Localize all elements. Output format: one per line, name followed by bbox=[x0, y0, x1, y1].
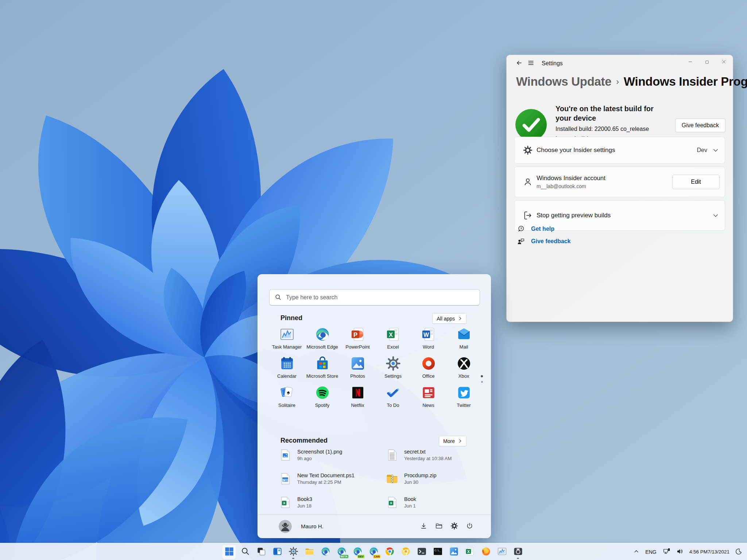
chevron-down-icon[interactable] bbox=[712, 212, 719, 219]
pinned-app-store[interactable]: Microsoft Store bbox=[305, 355, 340, 384]
minimize-button[interactable] bbox=[682, 56, 698, 70]
tray-overflow-button[interactable] bbox=[631, 545, 642, 559]
edge-beta-badge: BETA bbox=[340, 555, 348, 558]
pinned-app-word[interactable]: WWord bbox=[411, 326, 446, 355]
pinned-app-todo[interactable]: To Do bbox=[375, 384, 411, 413]
taskbar-terminal-button[interactable] bbox=[414, 545, 429, 559]
focus-assist-button[interactable] bbox=[733, 545, 745, 559]
excel-icon: X bbox=[386, 327, 401, 342]
pinned-app-calendar[interactable]: Calendar bbox=[269, 355, 305, 384]
pinned-page-dots[interactable] bbox=[481, 375, 483, 383]
chevron-right-icon bbox=[458, 316, 462, 320]
hamburger-menu-button[interactable] bbox=[525, 58, 537, 69]
get-help-link[interactable]: ? Get help bbox=[517, 223, 571, 235]
taskbar: BETADEVCANC:\_X ENG 4:56 PM 7/13/2021 bbox=[0, 543, 747, 560]
page-dot[interactable] bbox=[481, 381, 483, 383]
page-dot-active[interactable] bbox=[481, 375, 483, 377]
give-feedback-link[interactable]: Give feedback bbox=[517, 235, 571, 248]
taskbar-search-button[interactable] bbox=[238, 545, 252, 559]
taskbar-task-view-button[interactable] bbox=[254, 545, 268, 559]
taskbar-excel-button[interactable]: X bbox=[462, 545, 477, 559]
taskbar-edge-dev-button[interactable]: DEV bbox=[350, 545, 365, 559]
card-choose-insider-settings[interactable]: Choose your Insider settings Dev bbox=[514, 137, 725, 164]
taskbar-screenshot-tool-button[interactable] bbox=[511, 545, 525, 559]
pinned-app-xbox[interactable]: Xbox bbox=[446, 355, 481, 384]
search-icon bbox=[240, 547, 250, 557]
pinned-app-netflix[interactable]: Netflix bbox=[340, 384, 375, 413]
leave-icon bbox=[523, 211, 533, 220]
clock[interactable]: 4:56 PM 7/13/2021 bbox=[686, 545, 733, 559]
taskbar-chrome-canary-button[interactable] bbox=[398, 545, 413, 559]
pinned-app-label: Calendar bbox=[277, 373, 297, 379]
recommended-item-3[interactable]: Procdump.zipJun 30 bbox=[386, 467, 492, 490]
taskbar-settings-button[interactable] bbox=[286, 545, 301, 559]
user-name[interactable]: Mauro H. bbox=[301, 523, 324, 529]
taskbar-start-button[interactable] bbox=[222, 545, 236, 559]
settings-window: Settings Windows Update›Windows Insider … bbox=[506, 55, 733, 322]
language-indicator[interactable]: ENG bbox=[642, 545, 660, 559]
taskbar-photos-button[interactable] bbox=[446, 545, 461, 559]
folder-button[interactable] bbox=[433, 520, 445, 533]
taskbar-edge-beta-button[interactable]: BETA bbox=[334, 545, 349, 559]
taskbar-widgets-button[interactable] bbox=[270, 545, 285, 559]
card-windows-insider-account[interactable]: Windows Insider account m__lab@outlook.c… bbox=[514, 167, 725, 197]
settings-icon bbox=[289, 547, 298, 557]
store-icon bbox=[315, 356, 330, 371]
pinned-app-mail[interactable]: Mail bbox=[446, 326, 481, 355]
pinned-app-spotify[interactable]: Spotify bbox=[305, 384, 340, 413]
start-search-box[interactable] bbox=[269, 289, 480, 306]
recommended-item-2[interactable]: New Text Document.ps1Thursday at 2:25 PM bbox=[279, 467, 386, 490]
recommended-item-5[interactable]: XBookJun 1 bbox=[386, 490, 492, 514]
close-button[interactable] bbox=[715, 56, 732, 70]
edge-dev-badge: DEV bbox=[357, 555, 364, 558]
pinned-app-photos[interactable]: Photos bbox=[340, 355, 375, 384]
pinned-app-office[interactable]: Office bbox=[411, 355, 446, 384]
settings-titlebar: Settings bbox=[507, 55, 733, 72]
taskbar-firefox-button[interactable] bbox=[479, 545, 493, 559]
recommended-item-4[interactable]: XBook3Jun 18 bbox=[279, 490, 386, 514]
volume-icon bbox=[676, 548, 684, 556]
breadcrumb-parent[interactable]: Windows Update bbox=[516, 75, 611, 88]
breadcrumb-separator: › bbox=[616, 77, 619, 86]
search-input[interactable] bbox=[286, 294, 475, 301]
pinned-app-label: Excel bbox=[387, 344, 399, 350]
pinned-app-label: Twitter bbox=[457, 402, 471, 408]
pinned-app-label: Microsoft Store bbox=[306, 373, 338, 379]
all-apps-button[interactable]: All apps bbox=[432, 313, 467, 324]
pinned-app-task-manager[interactable]: Task Manager bbox=[269, 326, 305, 355]
recommended-item-0[interactable]: Screenshot (1).png9h ago bbox=[279, 443, 386, 467]
power-button[interactable] bbox=[463, 520, 476, 533]
volume-tray-button[interactable] bbox=[673, 545, 686, 559]
maximize-button[interactable] bbox=[698, 56, 715, 70]
pinned-app-edge[interactable]: Microsoft Edge bbox=[305, 326, 340, 355]
chevron-up-icon bbox=[634, 549, 639, 555]
pinned-app-news[interactable]: News bbox=[411, 384, 446, 413]
chevron-down-icon[interactable] bbox=[712, 147, 719, 153]
edit-account-button[interactable]: Edit bbox=[672, 175, 720, 189]
gear-footer-button[interactable] bbox=[448, 520, 460, 533]
user-avatar[interactable] bbox=[279, 520, 292, 533]
pinned-app-powerpoint[interactable]: PPowerPoint bbox=[340, 326, 375, 355]
back-button[interactable] bbox=[513, 58, 525, 69]
network-tray-button[interactable] bbox=[660, 545, 673, 559]
get-help-label: Get help bbox=[531, 226, 554, 232]
taskbar-cmd-button[interactable]: C:\_ bbox=[430, 545, 445, 559]
give-feedback-button[interactable]: Give feedback bbox=[675, 118, 725, 132]
taskbar-file-explorer-button[interactable] bbox=[302, 545, 317, 559]
text-file-icon bbox=[386, 448, 399, 462]
search-icon bbox=[275, 294, 282, 301]
pinned-app-solitaire[interactable]: ♠Solitaire bbox=[269, 384, 305, 413]
taskbar-edge-canary-button[interactable]: CAN bbox=[366, 545, 381, 559]
taskbar-task-manager-button[interactable] bbox=[495, 545, 509, 559]
pinned-app-twitter[interactable]: Twitter bbox=[446, 384, 481, 413]
spotify-icon bbox=[315, 385, 330, 400]
start-menu-footer: Mauro H. bbox=[258, 514, 491, 538]
taskbar-chrome-button[interactable] bbox=[382, 545, 397, 559]
download-button[interactable] bbox=[417, 520, 430, 533]
pinned-app-settings[interactable]: Settings bbox=[375, 355, 411, 384]
recommended-item-subtitle: Thursday at 2:25 PM bbox=[297, 479, 355, 485]
pinned-app-excel[interactable]: XExcel bbox=[375, 326, 411, 355]
green-check-icon bbox=[515, 108, 547, 141]
taskbar-edge-button[interactable] bbox=[318, 545, 333, 559]
recommended-item-1[interactable]: secret.txtYesterday at 10:38 AM bbox=[386, 443, 492, 467]
